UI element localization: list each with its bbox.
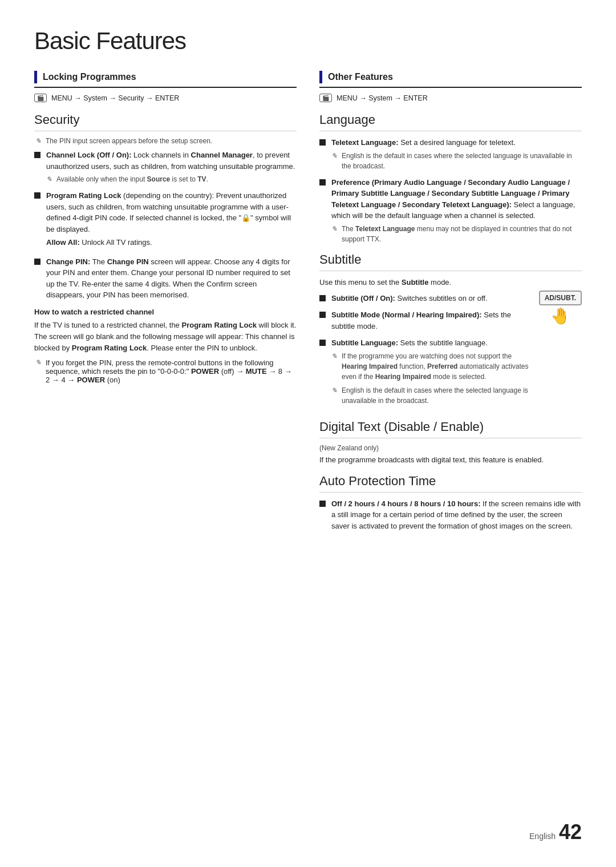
- auto-protection-content: Off / 2 hours / 4 hours / 8 hours / 10 h…: [331, 498, 582, 532]
- change-pin-item: Change PIN: The Change PIN screen will a…: [34, 256, 297, 301]
- bullet-square: [319, 295, 326, 301]
- bullet-square: [34, 259, 40, 265]
- subtitle-section: Subtitle Use this menu to set the Subtit…: [319, 252, 582, 412]
- how-to-header: How to watch a restricted channel: [34, 308, 297, 316]
- menu-icon: 🎬: [34, 94, 47, 102]
- left-menu-path-text: MENU → System → Security → ENTER: [51, 94, 179, 102]
- footer-page-number: 42: [559, 820, 582, 844]
- bullet-square: [34, 152, 40, 158]
- preference-lang-content: Preference (Primary Audio Language / Sec…: [331, 177, 582, 244]
- other-features-header: Other Features: [319, 71, 582, 88]
- locking-programmes-title: Locking Programmes: [43, 72, 136, 82]
- program-rating-label: Program Rating Lock: [46, 191, 121, 200]
- subtitle-language-item: Subtitle Language: Sets the subtitle lan…: [319, 337, 531, 406]
- preference-lang-note: The Teletext Language menu may not be di…: [331, 224, 582, 244]
- adsubt-button: AD/SUBT.: [539, 291, 582, 305]
- subtitle-mode-item: Subtitle Mode (Normal / Hearing Impaired…: [319, 309, 531, 332]
- other-features-title: Other Features: [328, 72, 393, 82]
- bullet-square: [319, 340, 326, 346]
- subtitle-lang-note1: If the programme you are watching does n…: [331, 351, 531, 382]
- program-rating-item: Program Rating Lock (depending on the co…: [34, 190, 297, 251]
- security-note: The PIN input screen appears before the …: [34, 137, 297, 145]
- footer: English 42: [529, 820, 582, 844]
- digital-text-section: Digital Text (Disable / Enable) (New Zea…: [319, 420, 582, 466]
- digital-text-body: If the programme broadcasts with digital…: [319, 454, 582, 466]
- bullet-square: [319, 139, 326, 146]
- subtitle-off-on-item: Subtitle (Off / On): Switches subtitles …: [319, 293, 531, 304]
- security-title: Security: [34, 112, 297, 131]
- bullet-square: [319, 312, 326, 318]
- language-section: Language Teletext Language: Set a desire…: [319, 112, 582, 244]
- hand-icon: 🤚: [550, 307, 570, 325]
- allow-all-text: Allow All: Unlock All TV ratings.: [46, 237, 297, 248]
- subtitle-intro: Use this menu to set the Subtitle mode.: [319, 277, 531, 288]
- header-bar: [34, 71, 37, 83]
- subtitle-flex-container: Use this menu to set the Subtitle mode. …: [319, 277, 582, 412]
- right-column: Other Features 🎬 MENU → System → ENTER L…: [319, 71, 582, 539]
- subtitle-language-content: Subtitle Language: Sets the subtitle lan…: [331, 337, 531, 406]
- pin-reset-note: If you forget the PIN, press the remote-…: [34, 358, 297, 384]
- auto-protection-item: Off / 2 hours / 4 hours / 8 hours / 10 h…: [319, 498, 582, 532]
- subtitle-lang-note2: English is the default in cases where th…: [331, 385, 531, 406]
- change-pin-content: Change PIN: The Change PIN screen will a…: [46, 256, 297, 301]
- menu-icon-right: 🎬: [319, 94, 332, 102]
- bullet-square: [319, 179, 326, 186]
- header-bar-right: [319, 71, 322, 83]
- footer-label: English: [529, 832, 556, 841]
- locking-programmes-header: Locking Programmes: [34, 71, 297, 88]
- channel-lock-note: Available only when the input Source is …: [46, 174, 297, 184]
- change-pin-label: Change PIN:: [46, 257, 90, 266]
- bullet-square: [319, 501, 326, 507]
- page-title: Basic Features: [34, 27, 582, 55]
- subtitle-title: Subtitle: [319, 252, 582, 271]
- adsubt-container: AD/SUBT. 🤚: [539, 291, 582, 325]
- right-menu-path-text: MENU → System → ENTER: [337, 94, 428, 102]
- auto-protection-title: Auto Protection Time: [319, 474, 582, 493]
- channel-lock-content: Channel Lock (Off / On): Lock channels i…: [46, 150, 297, 184]
- subtitle-off-on-content: Subtitle (Off / On): Switches subtitles …: [331, 293, 531, 304]
- teletext-lang-content: Teletext Language: Set a desired languag…: [331, 137, 582, 171]
- left-column: Locking Programmes 🎬 MENU → System → Sec…: [34, 71, 297, 539]
- left-menu-path: 🎬 MENU → System → Security → ENTER: [34, 94, 297, 102]
- program-rating-content: Program Rating Lock (depending on the co…: [46, 190, 297, 251]
- bullet-square: [34, 192, 40, 199]
- teletext-lang-item: Teletext Language: Set a desired languag…: [319, 137, 582, 171]
- subtitle-content: Use this menu to set the Subtitle mode. …: [319, 277, 531, 412]
- auto-protection-section: Auto Protection Time Off / 2 hours / 4 h…: [319, 474, 582, 532]
- preference-lang-item: Preference (Primary Audio Language / Sec…: [319, 177, 582, 244]
- right-menu-path: 🎬 MENU → System → ENTER: [319, 94, 582, 102]
- teletext-lang-note: English is the default in cases where th…: [331, 151, 582, 171]
- new-zealand-note: (New Zealand only): [319, 444, 582, 452]
- channel-lock-label: Channel Lock (Off / On):: [46, 151, 132, 159]
- subtitle-mode-content: Subtitle Mode (Normal / Hearing Impaired…: [331, 309, 531, 332]
- language-title: Language: [319, 112, 582, 131]
- channel-lock-item: Channel Lock (Off / On): Lock channels i…: [34, 150, 297, 184]
- digital-text-title: Digital Text (Disable / Enable): [319, 420, 582, 438]
- how-to-body: If the TV is tuned to a restricted chann…: [34, 320, 297, 354]
